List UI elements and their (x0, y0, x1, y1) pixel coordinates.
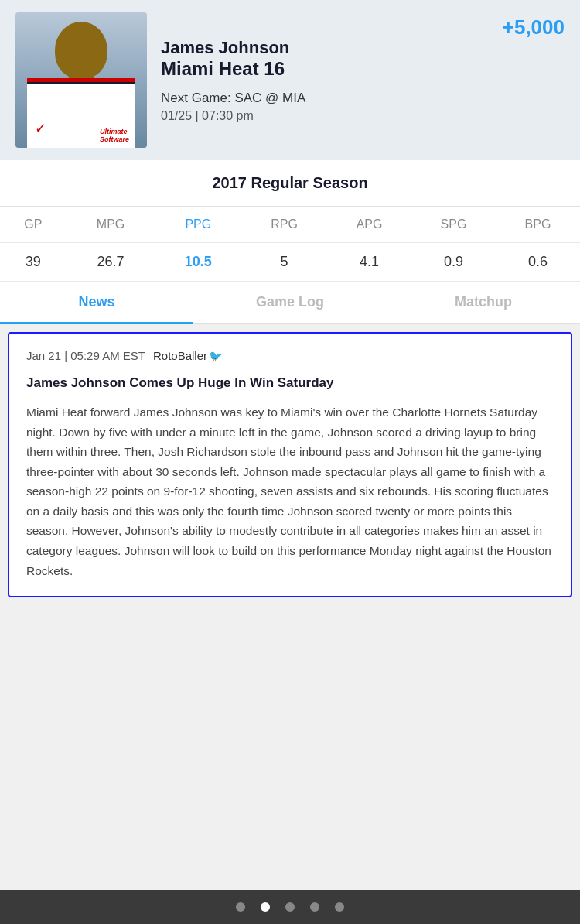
news-meta: Jan 21 | 05:29 AM EST RotoBaller 🐦 (26, 349, 554, 362)
bottom-nav (0, 890, 580, 924)
stats-value-spg: 0.9 (411, 243, 496, 282)
stats-value-gp: 39 (0, 243, 67, 282)
stats-header-gp: GP (0, 207, 67, 243)
tab-matchup[interactable]: Matchup (387, 282, 580, 323)
page-dot-4[interactable] (310, 902, 319, 912)
stats-value-mpg: 26.7 (67, 243, 155, 282)
stats-header-row: GPMPGPPGRPGAPGSPGBPG (0, 207, 580, 243)
player-points: +5,000 (503, 12, 565, 39)
tabs: News Game Log Matchup (0, 282, 580, 324)
news-card: Jan 21 | 05:29 AM EST RotoBaller 🐦 James… (8, 332, 572, 597)
stats-header-ppg: PPG (155, 207, 241, 243)
stats-header-bpg: BPG (496, 207, 580, 243)
stats-value-apg: 4.1 (327, 243, 411, 282)
player-info: James Johnson Miami Heat 16 Next Game: S… (161, 38, 489, 123)
stats-header-rpg: RPG (241, 207, 327, 243)
tab-game-log[interactable]: Game Log (193, 282, 387, 323)
stats-value-bpg: 0.6 (496, 243, 580, 282)
stats-header-spg: SPG (411, 207, 496, 243)
stats-header-mpg: MPG (67, 207, 155, 243)
news-date: Jan 21 | 05:29 AM EST (26, 349, 145, 362)
page-dot-3[interactable] (285, 902, 295, 912)
player-name: James Johnson (161, 38, 489, 58)
stats-table-wrapper: GPMPGPPGRPGAPGSPGBPG 3926.710.554.10.90.… (0, 207, 580, 282)
next-game-date: 01/25 | 07:30 pm (161, 109, 489, 123)
page-dot-5[interactable] (335, 902, 344, 912)
news-headline: James Johnson Comes Up Huge In Win Satur… (26, 375, 554, 392)
next-game-label: Next Game: SAC @ MIA (161, 91, 489, 106)
roto-bird-icon: 🐦 (209, 350, 222, 362)
tab-news[interactable]: News (0, 282, 193, 323)
news-source: RotoBaller 🐦 (153, 349, 222, 362)
page-dot-1[interactable] (236, 902, 245, 912)
stats-value-row: 3926.710.554.10.90.6 (0, 243, 580, 282)
stats-table: GPMPGPPGRPGAPGSPGBPG 3926.710.554.10.90.… (0, 207, 580, 282)
stats-header-apg: APG (327, 207, 411, 243)
stats-value-ppg: 10.5 (155, 243, 241, 282)
news-body: Miami Heat forward James Johnson was key… (26, 402, 554, 580)
page-dot-2[interactable] (261, 902, 270, 912)
player-header: UltimateSoftware ✓ James Johnson Miami H… (0, 0, 580, 160)
stats-value-rpg: 5 (241, 243, 327, 282)
season-title: 2017 Regular Season (0, 160, 580, 207)
player-photo: UltimateSoftware ✓ (15, 12, 147, 148)
player-team: Miami Heat 16 (161, 58, 489, 80)
